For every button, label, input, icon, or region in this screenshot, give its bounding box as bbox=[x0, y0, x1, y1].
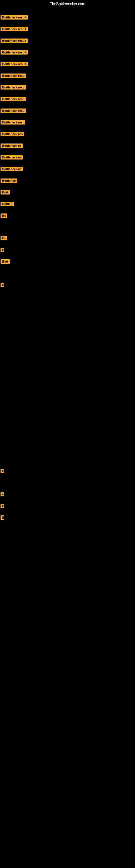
bottleneck-badge-10: Bottleneck res bbox=[1, 132, 24, 137]
bottleneck-badge-22: B bbox=[1, 469, 4, 474]
bottleneck-badge-24: B bbox=[1, 504, 4, 509]
bottleneck-badge-4: Bottleneck result bbox=[1, 62, 28, 67]
badge-label: Bottleneck resi bbox=[1, 120, 25, 124]
bottleneck-badge-23: e bbox=[1, 492, 4, 497]
bottleneck-badge-12: Bottleneck re bbox=[1, 155, 23, 161]
badge-label: B bbox=[1, 516, 4, 520]
badge-label: Bottleneck result bbox=[1, 27, 28, 31]
badge-label: Bott bbox=[1, 259, 10, 264]
bottleneck-badge-2: Bottleneck result bbox=[1, 38, 28, 44]
bottleneck-badge-16: Bottlen bbox=[1, 202, 14, 207]
badge-label: B bbox=[1, 248, 4, 252]
bottleneck-badge-13: Bottleneck re bbox=[1, 167, 23, 172]
bottleneck-badge-6: Bottleneck resu bbox=[1, 85, 26, 91]
badge-label: Bottleneck resu bbox=[1, 85, 26, 90]
badge-label: Bottleneck resu bbox=[1, 97, 26, 101]
badge-label: Bottleneck res bbox=[1, 132, 24, 136]
badge-label: Bottleneck re bbox=[1, 155, 23, 159]
bottleneck-badge-18: Bo bbox=[1, 236, 7, 241]
bottleneck-badge-5: Bottleneck resu bbox=[1, 73, 26, 79]
badge-label: Bottlen bbox=[1, 202, 14, 206]
bottleneck-badge-9: Bottleneck resi bbox=[1, 120, 25, 126]
bottleneck-badge-17: Bo bbox=[1, 214, 7, 219]
badge-label: Bottleneck re bbox=[1, 144, 23, 148]
badge-label: e bbox=[1, 492, 4, 496]
badge-label: Bottleneck result bbox=[1, 38, 28, 43]
bottleneck-badge-21: B bbox=[1, 283, 4, 288]
badge-label: Bott bbox=[1, 190, 10, 194]
bottleneck-badge-8: Bottleneck resu bbox=[1, 108, 26, 114]
badge-label: Bottleneck re bbox=[1, 167, 23, 171]
badge-label: Bottlenec bbox=[1, 179, 17, 183]
badge-label: Bottleneck resu bbox=[1, 73, 26, 78]
badge-label: Bottleneck resu bbox=[1, 108, 26, 113]
bottleneck-badge-25: B bbox=[1, 516, 4, 521]
bottleneck-badge-15: Bott bbox=[1, 190, 10, 195]
bottleneck-badge-3: Bottleneck result bbox=[1, 50, 28, 56]
badge-label: Bottleneck result bbox=[1, 62, 28, 66]
bottleneck-badge-1: Bottleneck result bbox=[1, 27, 28, 32]
bottleneck-badge-20: Bott bbox=[1, 259, 10, 265]
badge-label: Bo bbox=[1, 236, 7, 240]
bottleneck-badge-7: Bottleneck resu bbox=[1, 97, 26, 102]
badge-label: B bbox=[1, 283, 4, 287]
badge-label: Bo bbox=[1, 214, 7, 218]
badge-label: B bbox=[1, 504, 4, 508]
site-title: TheBottlenecker.com bbox=[0, 0, 135, 7]
badge-label: Bottleneck result bbox=[1, 50, 28, 55]
bottleneck-badge-11: Bottleneck re bbox=[1, 144, 23, 149]
badge-label: B bbox=[1, 469, 4, 473]
badge-label: Bottleneck result bbox=[1, 15, 28, 20]
bottleneck-badge-0: Bottleneck result bbox=[1, 15, 28, 21]
bottleneck-badge-19: B bbox=[1, 248, 4, 253]
bottleneck-badge-14: Bottlenec bbox=[1, 179, 17, 184]
